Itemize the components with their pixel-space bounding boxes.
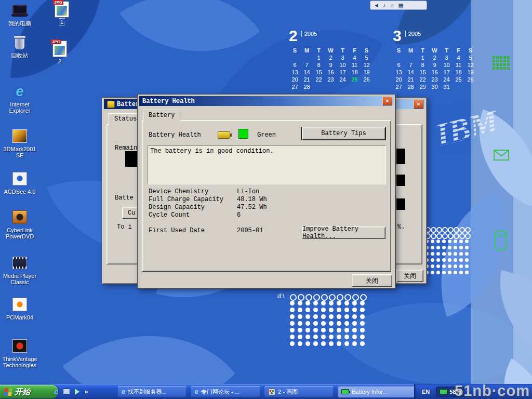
calendar-cell: 21 — [405, 76, 417, 83]
icon-label: 回收站 — [0, 52, 39, 59]
start-button[interactable]: 开始 — [0, 385, 58, 398]
task-label: 找不到服务器... — [128, 388, 167, 396]
dialog-titlebar[interactable]: Battery Health × — [139, 96, 394, 106]
wallpaper-dot — [436, 240, 440, 243]
wallpaper-dot — [313, 328, 318, 332]
field-label: Full Charge Capacity — [149, 196, 223, 203]
calendar-cell: 28 — [405, 84, 417, 90]
icon-label: CyberLink PowerDVD — [0, 227, 39, 240]
icon-label: Media Player Classic — [0, 273, 39, 285]
note-icon[interactable]: ♪ — [383, 2, 386, 9]
wallpaper-dot — [290, 314, 295, 319]
status-text: Green — [257, 131, 276, 139]
field-value: Li-Ion — [237, 188, 259, 195]
calendar-cell: 10 — [441, 62, 453, 68]
wallpaper-dot — [454, 233, 459, 239]
desktop-icon-recycle-bin[interactable]: 回收站 — [0, 34, 39, 59]
wallpaper-dot — [448, 252, 451, 256]
speaker-icon[interactable]: ◄ — [374, 2, 379, 9]
calendar-cell: 27 — [289, 84, 301, 90]
taskbar-button-forum[interactable]: e 专门网论坛 - ... — [191, 386, 260, 397]
wallpaper-dot — [448, 227, 454, 233]
show-desktop-icon[interactable] — [63, 389, 70, 395]
calendar-cell: 27 — [393, 84, 405, 90]
calendar-cell: 19 — [464, 69, 476, 75]
wallpaper-dot — [344, 301, 349, 305]
first-used-value: 2005-01 — [237, 227, 263, 234]
desktop-icon-pcmark04[interactable]: PCMark04 — [0, 296, 39, 321]
desktop-icon-3dmark2001[interactable]: 3DMark2001 SE — [0, 128, 39, 158]
wallpaper-dot — [329, 308, 334, 312]
recycle-bin-icon — [11, 34, 29, 51]
wallpaper-dot — [442, 271, 446, 274]
close-icon[interactable]: × — [414, 100, 423, 109]
battery-tips-button[interactable]: Battery Tips — [302, 127, 385, 140]
taskbar-button-battery-information[interactable]: Battery Infor... — [338, 386, 418, 397]
desktop-file-2[interactable]: JPG 2 — [46, 41, 74, 64]
calendar-cell — [301, 55, 313, 61]
condition-text: The battery is in good condition. — [150, 148, 274, 155]
wallpaper-dot — [337, 321, 341, 326]
calendar-cell: M — [405, 47, 417, 54]
close-button[interactable]: 关闭 — [396, 270, 423, 282]
calendar-cell: 5 — [361, 55, 373, 61]
wallpaper-dot — [442, 240, 446, 243]
remaining-label: Remain — [115, 144, 137, 152]
language-indicator[interactable]: EN — [422, 389, 430, 395]
desktop-icon-powerdvd[interactable]: CyberLink PowerDVD — [0, 209, 39, 240]
wallpaper-dot — [436, 246, 440, 249]
wallpaper-dot — [360, 335, 365, 339]
calendar-cell: 16 — [325, 69, 337, 75]
grid-icon[interactable]: ▦ — [398, 2, 403, 9]
close-icon[interactable]: × — [382, 97, 392, 105]
internet-explorer-icon: e — [11, 83, 29, 100]
wallpaper-dot — [431, 264, 434, 268]
desktop-icon-internet-explorer[interactable]: e Internet Explorer — [0, 83, 39, 114]
calendar-cell: F — [453, 47, 464, 54]
taskbar-button-paint[interactable]: 2 - 画图 — [264, 386, 334, 397]
status-color-square — [238, 129, 248, 139]
calendar-cell: 29 — [417, 84, 429, 90]
wallpaper-dot — [454, 271, 457, 274]
ie-quicklaunch-icon[interactable]: e — [54, 387, 58, 396]
battery-app-icon — [107, 101, 115, 108]
calendar-cell: 22 — [313, 76, 325, 83]
task-label: Battery Infor... — [352, 389, 387, 395]
wallpaper-dot — [305, 314, 310, 319]
wallpaper-dot — [465, 246, 469, 249]
desktop-icon-thinkvantage[interactable]: ThinkVantage Technologies — [0, 338, 39, 368]
tab-battery[interactable]: Battery — [143, 110, 180, 122]
taskbar-button-server-not-found[interactable]: e 找不到服务器... — [118, 386, 187, 397]
brightness-icon[interactable]: ☼ — [389, 2, 394, 9]
calendar-cell — [453, 84, 464, 90]
wallpaper-dot — [329, 314, 334, 319]
calendar-cell: W — [325, 47, 337, 54]
calendar-cell: S — [393, 47, 405, 54]
desktop-icon-my-computer[interactable]: 我的电脑 — [0, 2, 39, 26]
wallpaper-dot — [442, 246, 446, 249]
calendar-cell: 6 — [393, 62, 405, 68]
wallpaper-dot — [321, 335, 326, 339]
quicklaunch-overflow-chevron[interactable]: » — [84, 388, 88, 395]
wallpaper-dot — [298, 341, 302, 346]
calendar-cell: T — [313, 47, 325, 54]
wallpaper-dot — [436, 258, 440, 262]
calendar-cell: M — [301, 47, 313, 54]
field-value: 48.18 Wh — [237, 196, 267, 203]
wallpaper-dot — [305, 328, 310, 332]
desktop-icon-media-player-classic[interactable]: Media Player Classic — [0, 255, 39, 285]
desktop-icon-acdsee[interactable]: ACDSee 4.0 — [0, 170, 39, 195]
media-player-icon[interactable] — [75, 389, 79, 395]
wallpaper-dot — [454, 258, 457, 262]
calendar-cell: 10 — [337, 62, 349, 68]
desktop-file-1[interactable]: JPG 1 — [48, 1, 76, 25]
wallpaper-dot — [290, 341, 295, 346]
wallpaper-dot — [337, 341, 341, 346]
close-button[interactable]: 关闭 — [352, 274, 392, 287]
wallpaper-dot — [329, 341, 334, 346]
wallpaper-dot — [344, 335, 349, 339]
calendar-year: 2005 — [301, 31, 317, 37]
wallpaper-dot — [448, 264, 451, 268]
improve-battery-health-button[interactable]: Improve Battery Health... — [302, 227, 385, 239]
calendar-cell — [349, 84, 361, 90]
